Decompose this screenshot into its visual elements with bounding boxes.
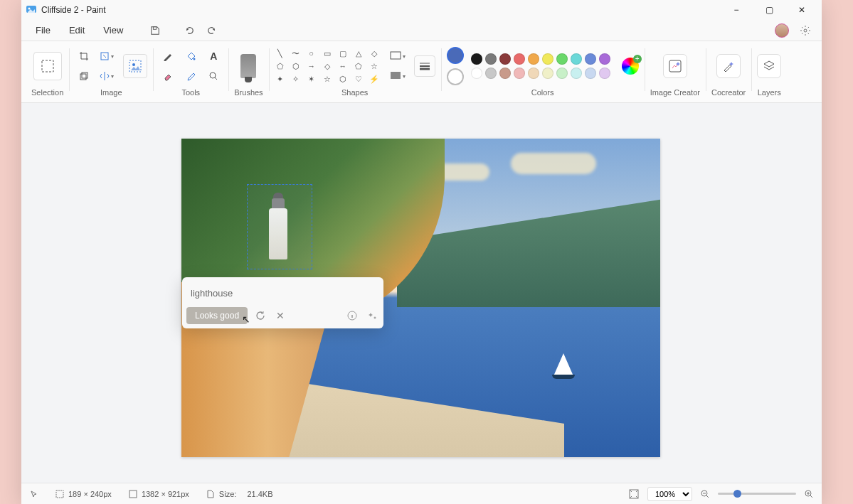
- user-avatar[interactable]: [775, 23, 789, 38]
- color-swatch[interactable]: [585, 53, 596, 65]
- edit-colors-button[interactable]: [622, 58, 639, 75]
- flip-tool[interactable]: ▾: [97, 68, 116, 85]
- color-swatch[interactable]: [556, 68, 568, 79]
- ribbon: Selection ▾ ▾ Image A: [21, 41, 822, 103]
- minimize-button[interactable]: −: [726, 5, 746, 15]
- info-button[interactable]: [345, 309, 359, 323]
- color-1[interactable]: [447, 47, 464, 64]
- svg-point-1: [28, 8, 31, 10]
- settings-button[interactable]: [796, 21, 815, 40]
- shape-outline[interactable]: ▾: [388, 48, 407, 65]
- cancel-button[interactable]: ✕: [273, 309, 287, 323]
- status-bar: 189 × 240px 1382 × 921px Size: 21.4KB 10…: [21, 483, 822, 504]
- magnifier-tool[interactable]: [204, 68, 223, 85]
- crop-tool[interactable]: [75, 48, 93, 65]
- color-swatch[interactable]: [514, 53, 525, 65]
- regenerate-button[interactable]: [253, 309, 267, 323]
- color-swatch[interactable]: [599, 53, 610, 65]
- svg-point-9: [132, 63, 135, 66]
- group-label: Image Creator: [650, 88, 700, 100]
- undo-button[interactable]: [180, 21, 198, 40]
- color-swatch[interactable]: [499, 68, 511, 79]
- group-cocreator: Cocreator: [706, 44, 751, 102]
- color-swatch[interactable]: [471, 68, 482, 79]
- group-label: Image: [100, 88, 122, 100]
- fill-tool[interactable]: [181, 48, 200, 65]
- cocreator-prompt-popup: Looks good ✕: [182, 277, 383, 328]
- group-label: Colors: [531, 88, 554, 100]
- pencil-tool[interactable]: [159, 48, 177, 65]
- title-bar: Cliffside 2 - Paint − ▢ ✕: [21, 0, 822, 20]
- eyedropper-tool[interactable]: [181, 68, 200, 85]
- svg-rect-6: [80, 74, 86, 80]
- color-swatch[interactable]: [471, 53, 482, 65]
- text-tool[interactable]: A: [204, 48, 223, 65]
- color-swatch[interactable]: [571, 68, 582, 79]
- close-button[interactable]: ✕: [792, 5, 812, 15]
- shape-thickness[interactable]: [414, 55, 435, 77]
- looks-good-button[interactable]: Looks good: [186, 307, 248, 324]
- save-button[interactable]: [146, 21, 164, 40]
- canvas-size: 1382 × 921px: [129, 490, 189, 498]
- group-label: Shapes: [341, 88, 368, 100]
- color-swatch[interactable]: [571, 53, 582, 65]
- color-swatch[interactable]: [514, 68, 525, 79]
- color-swatch[interactable]: [542, 68, 553, 79]
- color-swatch[interactable]: [528, 53, 539, 65]
- svg-rect-7: [82, 73, 88, 78]
- select-tool[interactable]: [33, 52, 62, 80]
- prompt-input[interactable]: [186, 282, 379, 304]
- svg-point-11: [210, 73, 216, 78]
- group-selection: Selection: [26, 44, 69, 102]
- window-title: Cliffside 2 - Paint: [41, 5, 106, 15]
- color-swatch[interactable]: [499, 53, 511, 65]
- color-swatch[interactable]: [485, 68, 497, 79]
- menu-view[interactable]: View: [96, 22, 130, 38]
- app-window: Cliffside 2 - Paint − ▢ ✕ File Edit View: [21, 0, 822, 504]
- group-layers: Layers: [751, 44, 787, 102]
- cocreator-button[interactable]: [716, 54, 741, 78]
- fit-screen-button[interactable]: [629, 489, 639, 499]
- color-2[interactable]: [447, 68, 464, 85]
- resize-tool[interactable]: ▾: [97, 48, 116, 65]
- menu-bar: File Edit View: [21, 20, 822, 41]
- file-size: Size: 21.4KB: [206, 490, 273, 498]
- image-creator-button[interactable]: [663, 54, 687, 78]
- zoom-slider[interactable]: [718, 493, 796, 495]
- brush-picker[interactable]: [240, 54, 256, 78]
- color-swatch[interactable]: [599, 68, 610, 79]
- mouse-cursor-icon: ↖: [242, 313, 250, 325]
- zoom-in-button[interactable]: [805, 490, 813, 498]
- group-label: Tools: [181, 88, 200, 100]
- app-icon: [26, 4, 37, 16]
- selection-size: 189 × 240px: [55, 490, 112, 498]
- style-button[interactable]: [365, 309, 379, 323]
- group-brushes: Brushes: [228, 44, 268, 102]
- rotate-tool[interactable]: [75, 68, 93, 85]
- color-palette[interactable]: [471, 53, 610, 79]
- color-swatch[interactable]: [585, 68, 596, 79]
- eraser-tool[interactable]: [159, 68, 177, 85]
- selection-marquee[interactable]: [247, 184, 312, 269]
- redo-button[interactable]: [203, 21, 221, 40]
- svg-rect-12: [391, 52, 401, 59]
- group-label: Cocreator: [711, 88, 746, 100]
- svg-rect-17: [129, 490, 137, 498]
- group-label: Selection: [31, 88, 63, 100]
- layers-button[interactable]: [757, 54, 781, 78]
- maximize-button[interactable]: ▢: [759, 5, 779, 15]
- color-swatch[interactable]: [542, 53, 553, 65]
- zoom-select[interactable]: 100%: [647, 487, 692, 501]
- zoom-out-button[interactable]: [701, 490, 709, 498]
- group-colors: Colors: [441, 44, 645, 102]
- color-swatch[interactable]: [485, 53, 497, 65]
- color-swatch[interactable]: [528, 68, 539, 79]
- shapes-grid[interactable]: ╲〜○▭▢△◇ ⬠⬡→◇↔⬠☆ ✦✧✶☆⬡♡⚡: [275, 48, 380, 84]
- canvas-area[interactable]: Looks good ✕ ↖: [21, 103, 822, 483]
- remove-background-tool[interactable]: [123, 54, 147, 78]
- menu-file[interactable]: File: [28, 22, 58, 38]
- color-swatch[interactable]: [556, 53, 568, 65]
- group-image: ▾ ▾ Image: [69, 44, 153, 102]
- shape-fill[interactable]: ▾: [388, 68, 407, 85]
- menu-edit[interactable]: Edit: [62, 22, 92, 38]
